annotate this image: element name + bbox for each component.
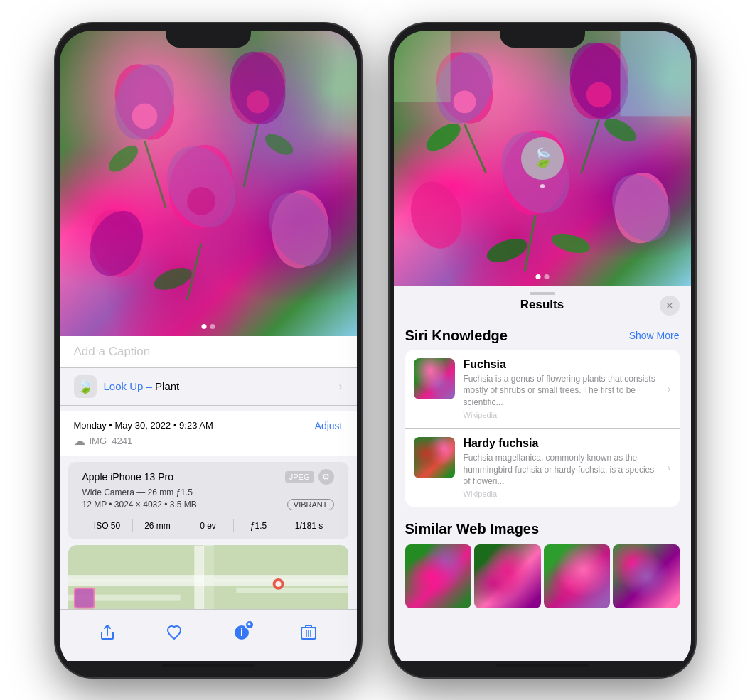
lookup-row[interactable]: 🍃 Look Up – Plant ›	[60, 367, 357, 406]
right-phone-notch	[500, 23, 585, 48]
info-button[interactable]: i ✦	[227, 618, 256, 647]
svg-point-45	[600, 163, 682, 252]
right-dot-2	[544, 274, 549, 279]
toolbar: i ✦	[60, 609, 357, 661]
siri-knowledge-section: Siri Knowledge Show More Fuchsia Fuchsia…	[394, 319, 691, 513]
web-image-2[interactable]	[474, 544, 541, 608]
share-button[interactable]	[93, 618, 122, 647]
svg-point-16	[104, 141, 141, 176]
settings-icon: ⚙	[318, 469, 334, 485]
svg-point-1	[105, 55, 184, 148]
svg-point-5	[246, 90, 269, 113]
results-handle	[530, 292, 555, 295]
web-image-3-bg	[544, 544, 611, 608]
exif-iso: ISO 50	[82, 519, 133, 532]
dot-2	[210, 324, 215, 329]
vibrant-badge: VIBRANT	[287, 499, 334, 510]
svg-point-25	[275, 581, 281, 586]
svg-point-46	[422, 118, 464, 156]
web-image-1[interactable]	[405, 544, 472, 608]
metadata-section: Monday • May 30, 2022 • 9:23 AM Adjust ☁…	[60, 411, 357, 456]
hardy-thumb-image	[414, 437, 455, 478]
delete-button[interactable]	[294, 618, 323, 647]
svg-rect-20	[68, 575, 348, 586]
map-section[interactable]	[68, 545, 348, 609]
web-image-4-bg	[613, 544, 680, 608]
right-home-bar	[496, 664, 589, 667]
right-home-indicator	[394, 661, 691, 673]
svg-rect-54	[394, 31, 451, 102]
exif-shutter: 1/181 s	[284, 519, 334, 532]
results-panel: Results ✕ Siri Knowledge Show More	[394, 286, 691, 661]
photo-area[interactable]	[60, 31, 357, 336]
siri-bubble: 🍃	[521, 137, 564, 180]
right-phone: 🍃 Results ✕ Siri Knowledge	[390, 23, 695, 677]
camera-info: Wide Camera — 26 mm ƒ1.5	[82, 488, 334, 497]
adjust-button[interactable]: Adjust	[315, 420, 343, 431]
svg-point-4	[222, 45, 293, 130]
info-badge: ✦	[245, 620, 255, 630]
lookup-chevron-icon: ›	[338, 380, 342, 393]
web-image-2-bg	[474, 544, 541, 608]
photo-indicator	[201, 324, 215, 329]
hardy-source: Wikipedia	[464, 490, 659, 498]
device-section: Apple iPhone 13 Pro JPEG ⚙ Wide Camera —…	[68, 462, 348, 539]
siri-leaf-icon: 🍃	[531, 147, 554, 169]
knowledge-item-fuchsia[interactable]: Fuchsia Fuchsia is a genus of flowering …	[405, 350, 680, 428]
siri-section-header: Siri Knowledge Show More	[405, 328, 680, 344]
lookup-label: Look Up – Plant	[104, 380, 180, 392]
device-row: Apple iPhone 13 Pro JPEG ⚙	[82, 469, 334, 485]
caption-area[interactable]: Add a Caption	[60, 336, 357, 367]
exif-row: ISO 50 26 mm 0 ev ƒ1.5 1/181 s	[82, 515, 334, 532]
caption-placeholder[interactable]: Add a Caption	[74, 345, 151, 358]
svg-point-12	[256, 181, 344, 277]
format-badge: JPEG	[285, 471, 314, 483]
mp-row: 12 MP • 3024 × 4032 • 3.5 MB VIBRANT	[82, 499, 334, 510]
svg-rect-53	[620, 31, 691, 115]
photo-date: Monday • May 30, 2022 • 9:23 AM	[74, 420, 213, 431]
home-indicator	[60, 661, 357, 673]
badge-row: JPEG ⚙	[285, 469, 334, 485]
svg-rect-23	[236, 587, 348, 593]
lookup-icon: 🍃	[74, 375, 97, 398]
svg-point-47	[600, 114, 639, 146]
web-image-4[interactable]	[613, 544, 680, 608]
svg-point-49	[549, 230, 591, 256]
exif-focal: 26 mm	[133, 519, 183, 532]
show-more-button[interactable]: Show More	[629, 330, 680, 341]
knowledge-item-hardy[interactable]: Hardy fuchsia Fuchsia magellanica, commo…	[405, 428, 680, 507]
dot-1	[201, 324, 206, 329]
svg-point-17	[262, 129, 296, 158]
device-name: Apple iPhone 13 Pro	[82, 471, 173, 483]
svg-line-50	[464, 124, 486, 173]
left-phone: Add a Caption 🍃 Look Up – Plant › Monday…	[55, 23, 361, 677]
mp-info: 12 MP • 3024 × 4032 • 3.5 MB	[82, 500, 197, 510]
svg-rect-21	[194, 545, 204, 608]
siri-dot	[540, 184, 545, 188]
svg-rect-27	[75, 588, 93, 607]
svg-point-2	[132, 103, 157, 129]
web-image-1-bg	[405, 544, 472, 608]
right-photo-area: 🍃	[394, 31, 691, 286]
svg-point-8	[187, 186, 215, 215]
svg-line-51	[581, 119, 599, 173]
fuchsia-description: Fuchsia is a genus of flowering plants t…	[464, 373, 659, 409]
results-close-button[interactable]: ✕	[660, 296, 680, 316]
right-dot-1	[535, 274, 540, 279]
fuchsia-thumbnail	[414, 358, 455, 399]
like-button[interactable]	[160, 618, 188, 647]
svg-point-18	[151, 263, 194, 294]
svg-point-37	[453, 90, 476, 113]
filename: IMG_4241	[90, 436, 133, 446]
siri-knowledge-title: Siri Knowledge	[405, 328, 508, 344]
fuchsia-name: Fuchsia	[464, 358, 659, 371]
hardy-description: Fuchsia magellanica, commonly known as t…	[464, 452, 659, 488]
svg-point-40	[586, 82, 611, 107]
web-image-3[interactable]	[544, 544, 611, 608]
filename-row: ☁ IMG_4241	[74, 434, 343, 448]
hardy-name: Hardy fuchsia	[464, 437, 659, 450]
svg-point-48	[483, 234, 530, 267]
hardy-chevron-icon: ›	[668, 462, 671, 473]
cloud-icon: ☁	[74, 434, 85, 448]
svg-line-13	[144, 141, 166, 208]
